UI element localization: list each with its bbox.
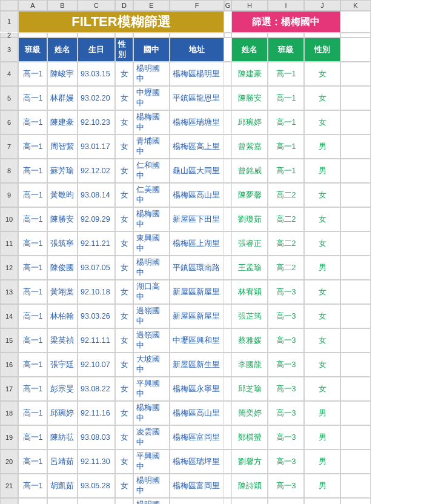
- cell-A4[interactable]: 高一1: [18, 62, 47, 86]
- cell-k17[interactable]: [340, 377, 371, 401]
- cell-A18[interactable]: 高一1: [18, 401, 47, 425]
- cell-E10[interactable]: 楊梅國中: [133, 207, 170, 231]
- row-header-22[interactable]: 22: [0, 498, 18, 504]
- cell-k4[interactable]: [340, 62, 371, 86]
- row-header-3[interactable]: 3: [0, 38, 18, 62]
- cell-H7[interactable]: 曾紫嘉: [231, 134, 268, 159]
- cell-J17[interactable]: 女: [304, 377, 340, 401]
- cell-J11[interactable]: 女: [304, 231, 340, 256]
- cell-E17[interactable]: 平興國中: [133, 377, 170, 401]
- cell-F15[interactable]: 中壢區興和里: [170, 328, 224, 353]
- cell-F20[interactable]: 楊梅區瑞坪里: [170, 449, 224, 474]
- cell-E22[interactable]: 楊明國中: [133, 498, 170, 504]
- cell-F5[interactable]: 平鎮區龍恩里: [170, 86, 224, 110]
- cell-k5[interactable]: [340, 86, 371, 110]
- cell-F18[interactable]: 楊梅區高山里: [170, 401, 224, 425]
- cell-F4[interactable]: 楊梅區楊明里: [170, 62, 224, 86]
- cell-C17[interactable]: 93.08.22: [78, 377, 115, 401]
- cell-D22[interactable]: 男: [115, 498, 133, 504]
- cell-D19[interactable]: 女: [115, 425, 133, 449]
- cell-F21[interactable]: 楊梅區富岡里: [170, 474, 224, 498]
- r2-9[interactable]: [304, 33, 340, 38]
- cell-k18[interactable]: [340, 401, 371, 425]
- cell-C5[interactable]: 93.02.20: [78, 86, 115, 110]
- cell-k22[interactable]: [340, 498, 371, 504]
- cell-A7[interactable]: 高一1: [18, 134, 47, 159]
- cell-H19[interactable]: 鄭棋螢: [231, 425, 268, 449]
- cell-k19[interactable]: [340, 425, 371, 449]
- cell-k9[interactable]: [340, 183, 371, 207]
- cell-k10[interactable]: [340, 207, 371, 231]
- cell-D18[interactable]: 女: [115, 401, 133, 425]
- cell-A17[interactable]: 高一1: [18, 377, 47, 401]
- cell-I18[interactable]: 高一3: [268, 401, 304, 425]
- cell-B10[interactable]: 陳勝安: [47, 207, 78, 231]
- cell-C15[interactable]: 92.11.11: [78, 328, 115, 353]
- cell-A9[interactable]: 高一1: [18, 183, 47, 207]
- cell-C22[interactable]: 92.12.17: [78, 498, 115, 504]
- row-header-9[interactable]: 9: [0, 183, 18, 207]
- cell-H11[interactable]: 張睿正: [231, 231, 268, 256]
- cell-D17[interactable]: 女: [115, 377, 133, 401]
- cell-B15[interactable]: 梁英禎: [47, 328, 78, 353]
- cell-D14[interactable]: 女: [115, 304, 133, 328]
- cell-A13[interactable]: 高一1: [18, 280, 47, 304]
- cell-B5[interactable]: 林群嫚: [47, 86, 78, 110]
- cell-B21[interactable]: 胡凱茹: [47, 474, 78, 498]
- cell-C19[interactable]: 93.08.03: [78, 425, 115, 449]
- row-header-20[interactable]: 20: [0, 449, 18, 474]
- cell-J14[interactable]: 女: [304, 304, 340, 328]
- cell-I20[interactable]: 高一3: [268, 449, 304, 474]
- cell-D6[interactable]: 女: [115, 110, 133, 134]
- cell-k21[interactable]: [340, 474, 371, 498]
- cell-C13[interactable]: 92.10.18: [78, 280, 115, 304]
- cell-I10[interactable]: 高二2: [268, 207, 304, 231]
- cell-k14[interactable]: [340, 304, 371, 328]
- cell-B12[interactable]: 陳俊國: [47, 256, 78, 280]
- cell-E14[interactable]: 過嶺國中: [133, 304, 170, 328]
- cell-k7[interactable]: [340, 134, 371, 159]
- row-header-11[interactable]: 11: [0, 231, 18, 256]
- cell-F6[interactable]: 楊梅區瑞塘里: [170, 110, 224, 134]
- cell-I16[interactable]: 高一3: [268, 353, 304, 377]
- cell-H8[interactable]: 曾銘威: [231, 159, 268, 183]
- cell-J10[interactable]: 女: [304, 207, 340, 231]
- cell-I11[interactable]: 高二2: [268, 231, 304, 256]
- cell-I4[interactable]: 高一1: [268, 62, 304, 86]
- row-header-7[interactable]: 7: [0, 134, 18, 159]
- r2-10[interactable]: [340, 33, 371, 38]
- r2-4[interactable]: [133, 33, 170, 38]
- row-header-14[interactable]: 14: [0, 304, 18, 328]
- cell-F10[interactable]: 新屋區下田里: [170, 207, 224, 231]
- cell-H6[interactable]: 邱琬婷: [231, 110, 268, 134]
- cell-J5[interactable]: 女: [304, 86, 340, 110]
- cell-C14[interactable]: 93.03.26: [78, 304, 115, 328]
- r2-0[interactable]: [18, 33, 47, 38]
- cell-B11[interactable]: 張筑寧: [47, 231, 78, 256]
- cell-A14[interactable]: 高一1: [18, 304, 47, 328]
- cell-I8[interactable]: 高一1: [268, 159, 304, 183]
- cell-I15[interactable]: 高一3: [268, 328, 304, 353]
- col-header-F[interactable]: F: [170, 0, 224, 11]
- col-header-A[interactable]: A: [18, 0, 47, 11]
- row-header-1[interactable]: 1: [0, 11, 18, 31]
- cell-D15[interactable]: 女: [115, 328, 133, 353]
- cell-E4[interactable]: 楊明國中: [133, 62, 170, 86]
- cell-B14[interactable]: 林柏翰: [47, 304, 78, 328]
- cell-H15[interactable]: 蔡雅媛: [231, 328, 268, 353]
- cell-A20[interactable]: 高一1: [18, 449, 47, 474]
- cell-I13[interactable]: 高一3: [268, 280, 304, 304]
- cell-A12[interactable]: 高一1: [18, 256, 47, 280]
- cell-C16[interactable]: 92.10.07: [78, 353, 115, 377]
- cell-D16[interactable]: 女: [115, 353, 133, 377]
- cell-A21[interactable]: 高一1: [18, 474, 47, 498]
- row-header-5[interactable]: 5: [0, 86, 18, 110]
- cell-C21[interactable]: 93.05.28: [78, 474, 115, 498]
- cell-I5[interactable]: 高一1: [268, 86, 304, 110]
- r2-3[interactable]: [115, 33, 133, 38]
- cell-F19[interactable]: 楊梅區富岡里: [170, 425, 224, 449]
- cell-E12[interactable]: 楊明國中: [133, 256, 170, 280]
- cell-A22[interactable]: 高一1: [18, 498, 47, 504]
- col-header-H[interactable]: H: [231, 0, 268, 11]
- cell-J15[interactable]: 女: [304, 328, 340, 353]
